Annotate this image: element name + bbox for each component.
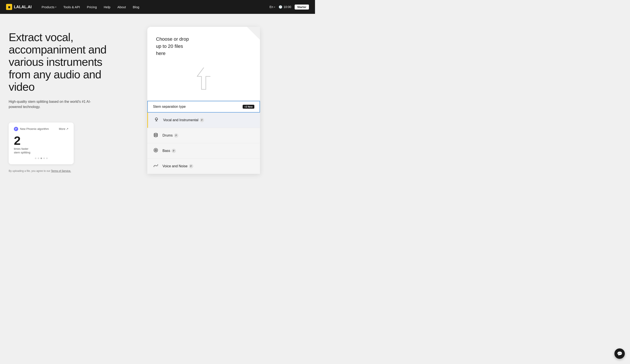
terms-text: By uploading a file, you agree to our Te… <box>9 170 121 173</box>
nav-tools[interactable]: Tools & API <box>60 3 83 10</box>
corner-cut <box>247 27 260 40</box>
more-link[interactable]: More ↗ <box>59 127 68 131</box>
dot-1 <box>35 158 36 159</box>
voice-noise-item-content: Voice and Noise P <box>162 164 193 168</box>
nav-products[interactable]: Products ▾ <box>38 3 59 10</box>
bass-pro-badge: P <box>172 149 176 153</box>
feature-card: P New Phoenix algorithm More ↗ 2 times f… <box>9 123 74 164</box>
upload-panel[interactable]: Choose or dropup to 20 fileshere Stem se… <box>147 27 260 174</box>
stem-item-voice-noise[interactable]: Voice and Noise P <box>147 159 260 174</box>
starter-badge[interactable]: Starter <box>295 4 309 9</box>
nav-about[interactable]: About <box>114 3 129 10</box>
feature-card-body: 2 times faster stem splitting <box>14 135 68 154</box>
hero-subtitle: High-quality stem splitting based on the… <box>9 99 100 110</box>
vocal-label: Vocal and Instrumental <box>163 118 198 122</box>
lang-chevron-icon: ▾ <box>274 6 275 8</box>
upload-area[interactable]: Choose or dropup to 20 fileshere <box>147 27 260 101</box>
clock-icon: 🕐 <box>278 5 282 9</box>
stem-separation-title: Stem separation type <box>153 105 186 109</box>
upload-arrow-icon <box>193 66 214 92</box>
drums-icon <box>152 132 159 139</box>
stem-splitting-label: stem splitting <box>14 151 68 154</box>
nav-help[interactable]: Help <box>101 3 114 10</box>
stem-list: Vocal and Instrumental P <box>147 113 260 174</box>
stem-item-drums[interactable]: Drums P <box>147 128 260 143</box>
logo-text: LALAL.AI <box>14 5 32 9</box>
time-display: 🕐 10:00 <box>278 5 291 9</box>
upload-icon-area <box>156 66 251 92</box>
stem-item-bass[interactable]: Bass P <box>147 143 260 159</box>
svg-point-5 <box>154 148 158 152</box>
svg-rect-3 <box>154 134 158 136</box>
bass-item-content: Bass P <box>162 149 176 153</box>
drums-item-content: Drums P <box>162 133 178 138</box>
svg-point-7 <box>155 150 156 151</box>
main-content: Extract vocal, accompaniment and various… <box>0 14 315 183</box>
nav-right: En ▾ 🕐 10:00 Starter <box>270 4 309 9</box>
bass-label: Bass <box>162 149 170 153</box>
navbar: ◼ LALAL.AI Products ▾ Tools & API Pricin… <box>0 0 315 14</box>
vocal-item-content: Vocal and Instrumental P <box>163 118 204 122</box>
feature-card-title: P New Phoenix algorithm <box>14 127 49 131</box>
hero-title: Extract vocal, accompaniment and various… <box>9 31 121 93</box>
dot-5 <box>46 158 48 159</box>
nav-links: Products ▾ Tools & API Pricing Help Abou… <box>38 3 262 10</box>
drums-label: Drums <box>162 134 173 137</box>
feature-card-header: P New Phoenix algorithm More ↗ <box>14 127 68 131</box>
logo-icon: ◼ <box>6 4 12 10</box>
language-selector[interactable]: En ▾ <box>270 5 275 9</box>
dot-3 <box>40 158 42 159</box>
drums-pro-badge: P <box>174 133 178 138</box>
times-faster-label: times faster <box>14 147 68 150</box>
stem-item-vocal[interactable]: Vocal and Instrumental P <box>147 113 260 128</box>
logo-link[interactable]: ◼ LALAL.AI <box>6 4 32 10</box>
nav-blog[interactable]: Blog <box>130 3 142 10</box>
stem-header[interactable]: Stem separation type +2 New <box>147 101 260 113</box>
drop-text: Choose or dropup to 20 fileshere <box>156 35 189 57</box>
new-badge: +2 New <box>243 105 254 109</box>
vocal-pro-badge: P <box>200 118 204 122</box>
products-chevron-icon: ▾ <box>55 6 56 8</box>
dot-4 <box>43 158 45 159</box>
voice-noise-pro-badge: P <box>189 164 193 168</box>
card-dots <box>14 158 68 159</box>
stem-panel: Stem separation type +2 New <box>147 101 260 174</box>
nav-pricing[interactable]: Pricing <box>84 3 100 10</box>
vocal-icon <box>153 116 160 124</box>
big-number: 2 <box>14 135 68 147</box>
terms-link[interactable]: Terms of Service. <box>51 170 71 173</box>
upload-panel-wrapper: Choose or dropup to 20 fileshere Stem se… <box>147 27 260 174</box>
bass-icon <box>152 147 159 155</box>
right-section: Choose or dropup to 20 fileshere Stem se… <box>130 27 277 174</box>
voice-noise-icon <box>152 163 159 170</box>
phoenix-icon: P <box>14 127 18 131</box>
left-section: Extract vocal, accompaniment and various… <box>9 27 121 174</box>
voice-noise-label: Voice and Noise <box>162 164 188 168</box>
dot-2 <box>38 158 39 159</box>
svg-point-6 <box>155 149 157 151</box>
